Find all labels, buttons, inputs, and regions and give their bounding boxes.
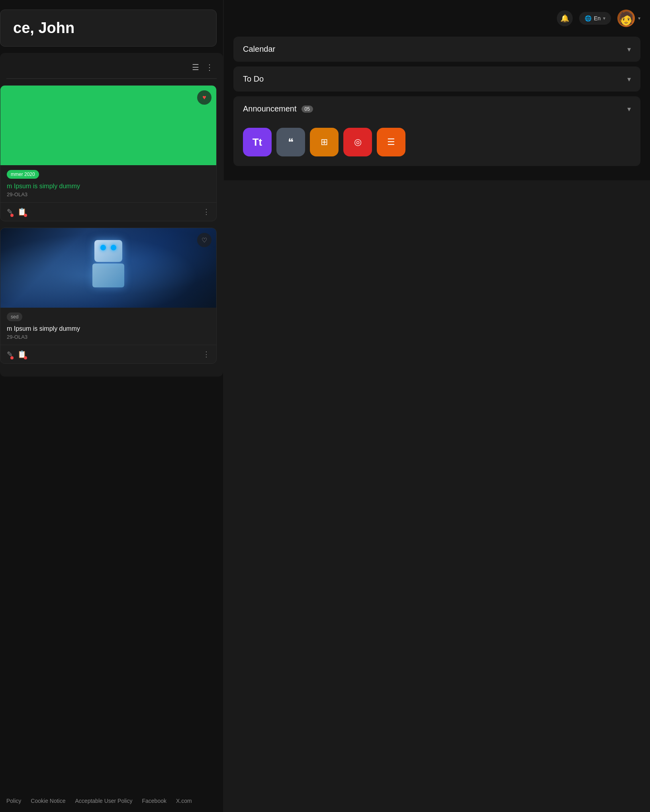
app-icon-doc[interactable]: ☰ (377, 128, 405, 156)
app-icon-review[interactable]: ◎ (343, 128, 372, 156)
toolbar-divider (6, 78, 217, 79)
avatar-chevron-icon: ▾ (638, 16, 640, 21)
right-panel: 🔔 🌐 En ▾ 🧑 ▾ Calendar ▾ To Do ▾ (224, 0, 650, 180)
card-2-edit-icon[interactable]: ✎ (7, 350, 13, 359)
doc-icon: ☰ (387, 137, 395, 147)
card-1-footer: ✎ 📋 ⋮ (0, 202, 216, 221)
lang-label: En (594, 15, 601, 21)
card-2-more-icon[interactable]: ⋮ (203, 350, 210, 359)
quote-icon: ❝ (288, 136, 294, 148)
card-1-edit-icon[interactable]: ✎ (7, 207, 13, 216)
avatar-image: 🧑 (618, 11, 634, 26)
notification-button[interactable]: 🔔 (557, 10, 573, 26)
footer-link-policy[interactable]: Policy (6, 798, 21, 804)
accordion-announcement-header[interactable]: Announcement 05 ▾ (233, 96, 640, 121)
lang-chevron-icon: ▾ (603, 16, 605, 21)
language-selector[interactable]: 🌐 En ▾ (579, 12, 611, 25)
card-2-badge (10, 356, 14, 359)
top-bar: 🔔 🌐 En ▾ 🧑 ▾ (233, 10, 640, 27)
footer-link-cookie[interactable]: Cookie Notice (31, 798, 65, 804)
accordion-todo: To Do ▾ (233, 66, 640, 92)
accordion-announcement-title: Announcement (243, 104, 297, 113)
globe-icon: 🌐 (585, 15, 591, 21)
accordion-todo-header[interactable]: To Do ▾ (233, 66, 640, 92)
greeting-name: ce, John (13, 20, 74, 36)
card-1-badge (10, 214, 14, 217)
accordion-announcement: Announcement 05 ▾ Tt ❝ ⊞ ◎ ☰ (233, 96, 640, 166)
page-footer: Policy Cookie Notice Acceptable User Pol… (0, 790, 223, 812)
user-avatar-button[interactable]: 🧑 ▾ (617, 10, 640, 27)
bell-icon: 🔔 (560, 14, 569, 23)
greeting-bar: ce, John (0, 10, 217, 47)
card-2-file-icon[interactable]: 📋 (18, 350, 26, 359)
heart-outline-icon: ♡ (202, 236, 207, 244)
robot-eye-left (100, 245, 106, 250)
app-icon-quote[interactable]: ❝ (276, 128, 305, 156)
card-2-id: 29-OLA3 (7, 334, 210, 340)
card-1-file-icon[interactable]: 📋 (18, 207, 26, 216)
card-1-id: 29-OLA3 (7, 191, 210, 197)
robot-body (84, 240, 132, 296)
card-2-tech-bg (0, 228, 216, 308)
accordion-announcement-chevron: ▾ (627, 105, 631, 113)
accordion-calendar-chevron: ▾ (627, 45, 631, 54)
card-2-image: ♡ (0, 228, 216, 308)
robot-eyes (94, 240, 122, 250)
card-1-tag: mmer 2020 (7, 170, 39, 179)
card-2-tag: sed (7, 312, 22, 321)
card-1-green-bg (0, 86, 216, 165)
accordion-todo-chevron: ▾ (627, 75, 631, 84)
footer-link-facebook[interactable]: Facebook (142, 798, 166, 804)
card-1-file-badge (24, 214, 27, 217)
review-icon: ◎ (354, 137, 362, 147)
card-2-footer: ✎ 📋 ⋮ (0, 345, 216, 363)
card-2-file-badge (24, 356, 27, 359)
cards-section: ☰ ⋮ ♥ mmer 2020 m Ipsum is simply dummy … (0, 53, 223, 377)
card-2: ♡ sed m Ipsum is simply dummy 29-OLA3 ✎ … (0, 228, 217, 364)
cards-toolbar: ☰ ⋮ (0, 59, 223, 75)
card-2-title: m Ipsum is simply dummy (7, 325, 210, 332)
announcement-badge: 05 (302, 105, 313, 113)
card-1-image: ♥ (0, 86, 216, 165)
accordion-todo-title: To Do (243, 74, 264, 84)
card-2-heart-button[interactable]: ♡ (197, 233, 211, 247)
card-1-more-icon[interactable]: ⋮ (203, 207, 210, 216)
avatar: 🧑 (617, 10, 635, 27)
app-icon-form[interactable]: ⊞ (310, 128, 339, 156)
left-panel: ce, John ☰ ⋮ ♥ mmer 2020 m Ipsum is simp… (0, 0, 223, 812)
typo-icon: Tt (253, 136, 262, 148)
card-1-title: m Ipsum is simply dummy (7, 183, 210, 190)
accordion-calendar-header[interactable]: Calendar ▾ (233, 37, 640, 62)
footer-link-aup[interactable]: Acceptable User Policy (75, 798, 133, 804)
app-icons-row: Tt ❝ ⊞ ◎ ☰ (233, 121, 640, 166)
accordion-calendar: Calendar ▾ (233, 37, 640, 62)
heart-filled-icon: ♥ (202, 94, 206, 101)
footer-link-xcom[interactable]: X.com (176, 798, 192, 804)
card-1: ♥ mmer 2020 m Ipsum is simply dummy 29-O… (0, 85, 217, 221)
more-options-icon[interactable]: ⋮ (206, 62, 213, 72)
accordion-calendar-title: Calendar (243, 45, 275, 54)
form-icon: ⊞ (321, 137, 328, 147)
robot-torso (92, 264, 124, 287)
app-icon-typo[interactable]: Tt (243, 128, 272, 156)
card-1-heart-button[interactable]: ♥ (197, 90, 211, 105)
list-view-icon[interactable]: ☰ (192, 62, 199, 72)
robot-head (94, 240, 122, 262)
robot-eye-right (111, 245, 116, 250)
